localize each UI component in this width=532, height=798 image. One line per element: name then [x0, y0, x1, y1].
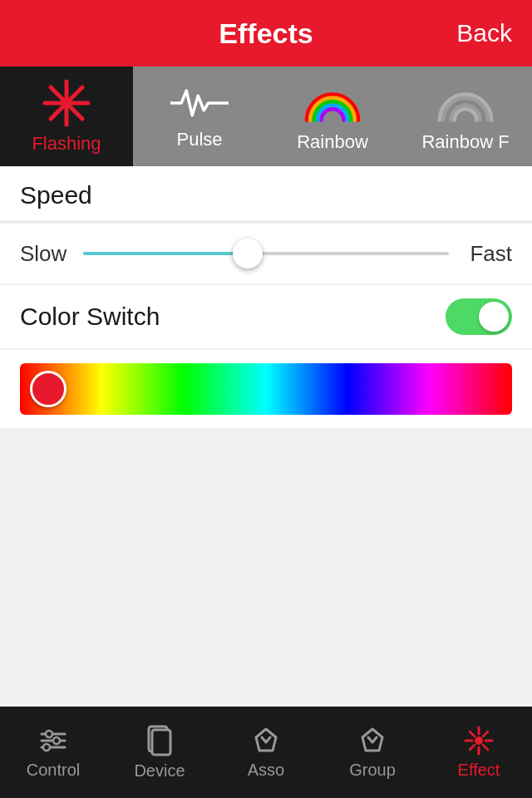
back-button[interactable]: Back: [456, 19, 512, 47]
fast-label: Fast: [462, 241, 512, 267]
tab-flashing-label: Flashing: [32, 133, 101, 155]
content-area: Speed Slow Fast Color Switch: [0, 166, 532, 428]
slider-fill: [83, 252, 248, 255]
tab-rainbow-fade-label: Rainbow F: [421, 131, 509, 153]
svg-point-9: [53, 737, 60, 744]
asso-icon: [251, 726, 281, 756]
effect-icon: [464, 726, 494, 756]
nav-asso-label: Asso: [248, 761, 284, 780]
tab-flashing[interactable]: Flashing: [0, 66, 133, 166]
slider-track: [83, 252, 449, 255]
toggle-thumb: [479, 302, 509, 332]
speed-slider-row: Slow Fast: [0, 224, 532, 283]
nav-device-label: Device: [134, 761, 185, 781]
color-switch-label: Color Switch: [20, 303, 160, 331]
effect-tabs: Flashing Pulse Rainbow: [0, 66, 532, 166]
svg-line-18: [470, 732, 475, 736]
svg-line-20: [483, 732, 488, 736]
group-icon: [357, 726, 387, 756]
nav-device[interactable]: Device: [106, 707, 213, 798]
header: Effects Back: [0, 0, 532, 66]
nav-asso[interactable]: Asso: [213, 707, 319, 798]
bottom-nav: Control Device Asso Group: [0, 707, 532, 798]
nav-effect[interactable]: Effect: [426, 707, 532, 798]
page-title: Effects: [219, 17, 313, 50]
tab-pulse-label: Pulse: [176, 129, 222, 150]
tab-rainbow[interactable]: Rainbow: [266, 66, 399, 166]
speed-title: Speed: [20, 181, 92, 209]
color-switch-row: Color Switch: [0, 285, 532, 348]
svg-line-21: [470, 745, 475, 750]
svg-point-8: [46, 731, 52, 737]
control-icon: [38, 726, 68, 756]
nav-control-label: Control: [27, 761, 80, 780]
nav-group-label: Group: [349, 761, 396, 780]
svg-point-10: [43, 744, 50, 751]
svg-line-19: [483, 745, 488, 750]
device-icon: [145, 725, 174, 756]
speed-section: Speed: [0, 166, 532, 222]
rainbow-icon: [299, 81, 366, 126]
tab-pulse[interactable]: Pulse: [133, 66, 266, 166]
nav-group[interactable]: Group: [319, 707, 426, 798]
tab-rainbow-fade[interactable]: Rainbow F: [399, 66, 532, 166]
svg-point-4: [62, 98, 71, 108]
color-bar-indicator[interactable]: [30, 371, 66, 407]
color-bar: [20, 363, 512, 415]
rainbow-fade-icon: [432, 81, 499, 126]
speed-header: Speed: [0, 166, 532, 222]
slider-thumb[interactable]: [233, 239, 263, 268]
flashing-icon: [42, 78, 91, 128]
nav-control[interactable]: Control: [0, 707, 106, 798]
pulse-icon: [170, 82, 229, 124]
svg-point-17: [475, 736, 483, 745]
svg-rect-12: [152, 730, 170, 755]
nav-effect-label: Effect: [458, 761, 500, 780]
tab-rainbow-label: Rainbow: [297, 131, 368, 153]
color-bar-row: [0, 350, 532, 428]
color-bar-container[interactable]: [20, 363, 512, 415]
color-switch-toggle[interactable]: [446, 298, 512, 335]
slow-label: Slow: [20, 241, 70, 267]
speed-slider[interactable]: [83, 237, 449, 270]
